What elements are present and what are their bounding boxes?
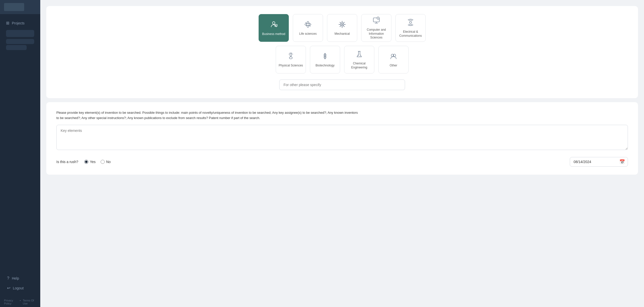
svg-rect-18 [290,53,292,56]
tech-label-chemical-engineering: Chemical Engineering [346,62,372,69]
sidebar-item-projects-label: Projects [12,21,25,25]
tech-label-computer-information: Computer and Information Sciences [364,28,389,40]
tech-label-business-method: Business method [262,32,285,36]
sidebar-nav-box-2 [6,39,34,44]
svg-point-28 [358,55,359,56]
sidebar-item-logout[interactable]: ↩ Logout [4,283,36,293]
svg-point-7 [305,22,306,23]
tech-item-chemical-engineering[interactable]: Chemical Engineering [344,46,374,73]
date-input-wrapper: 📅 [570,157,628,167]
svg-point-4 [307,23,309,26]
tech-item-physical-sciences[interactable]: Physical Sciences [276,46,306,73]
bottom-row: Is this a rush? Yes No 📅 [56,157,628,167]
tech-item-other[interactable]: Other [378,46,409,73]
rush-yes-option[interactable]: Yes [84,160,96,164]
other-icon [389,52,398,62]
biotechnology-icon [321,52,329,62]
help-icon: ? [7,276,9,281]
logo-box [4,3,24,11]
tech-item-life-sciences[interactable]: Life sciences [293,14,323,42]
other-specify-input[interactable] [279,80,405,90]
technology-type-card: Business method Life sciences [46,6,638,98]
rush-no-label: No [106,160,111,164]
key-elements-textarea[interactable] [56,125,628,150]
rush-section: Is this a rush? Yes No [56,160,111,164]
privacy-policy-link[interactable]: Privacy Policy [4,299,18,305]
tech-grid: Business method Life sciences [56,14,628,90]
sidebar-nav-box-3 [6,45,27,50]
mechanical-icon [338,20,346,30]
sidebar-footer: Privacy Policy • Terms Of Use [0,297,40,307]
tech-row-2: Physical Sciences Biotechnology [276,46,409,73]
computer-information-icon [372,16,381,26]
rush-no-option[interactable]: No [101,160,111,164]
sidebar: ⊞ Projects ? Help ↩ Logout Privacy Polic… [0,0,40,307]
tech-label-mechanical: Mechanical [335,32,350,36]
svg-point-5 [307,21,309,27]
svg-point-6 [305,23,311,26]
svg-point-21 [289,57,292,59]
chemical-engineering-icon [355,50,364,60]
tech-label-other: Other [390,64,397,68]
tech-item-computer-information[interactable]: Computer and Information Sciences [361,14,391,42]
physical-sciences-icon [287,52,295,62]
logout-icon: ↩ [7,286,10,290]
svg-point-17 [410,21,412,23]
sidebar-logo [0,0,40,14]
tech-item-biotechnology[interactable]: Biotechnology [310,46,340,73]
key-elements-description: Please provide key element(s) of inventi… [56,110,358,121]
rush-yes-label: Yes [90,160,96,164]
svg-point-0 [272,22,275,24]
svg-point-8 [310,26,311,27]
rush-label: Is this a rush? [56,160,78,164]
tech-row-1: Business method Life sciences [259,14,426,42]
sidebar-item-help[interactable]: ? Help [4,274,36,283]
key-elements-card: Please provide key element(s) of inventi… [46,102,638,175]
svg-point-29 [360,56,360,56]
date-input[interactable] [570,157,628,167]
rush-radio-group: Yes No [84,160,111,164]
rush-yes-radio[interactable] [84,160,88,164]
business-method-icon [269,20,278,30]
rush-no-radio[interactable] [101,160,105,164]
tech-item-mechanical[interactable]: Mechanical [327,14,357,42]
sidebar-item-help-label: Help [12,276,19,280]
projects-icon: ⊞ [6,21,9,25]
sidebar-item-logout-label: Logout [13,286,24,290]
sidebar-nav-section: ⊞ Projects [0,14,40,53]
tech-item-business-method[interactable]: Business method [259,14,289,42]
terms-of-use-link[interactable]: Terms Of Use [23,299,36,305]
main-content: Business method Life sciences [40,0,644,307]
tech-label-life-sciences: Life sciences [299,32,316,36]
electrical-communications-icon [406,18,415,28]
tech-label-physical-sciences: Physical Sciences [279,64,303,68]
sidebar-nav-box-1 [6,30,34,37]
life-sciences-icon [304,20,312,30]
tech-item-electrical-communications[interactable]: Electrical & Communications [395,14,426,42]
tech-label-electrical-communications: Electrical & Communications [398,30,423,38]
sidebar-bottom: ? Help ↩ Logout [0,270,40,297]
svg-point-10 [342,24,343,25]
tech-label-biotechnology: Biotechnology [315,64,334,68]
sidebar-item-projects[interactable]: ⊞ Projects [3,18,37,28]
